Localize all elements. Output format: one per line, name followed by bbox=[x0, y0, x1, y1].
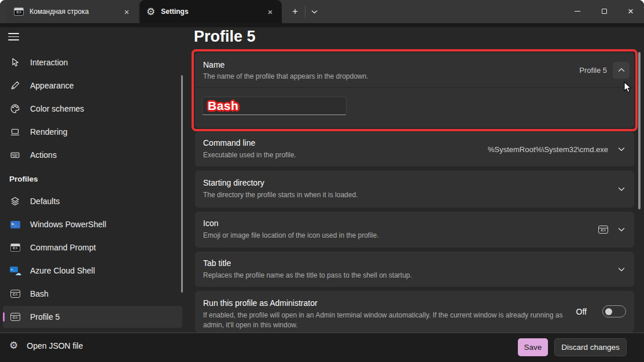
sidebar-item-label: Profile 5 bbox=[30, 312, 60, 322]
tabbar-underline bbox=[0, 23, 644, 27]
chevron-down-icon[interactable] bbox=[617, 225, 626, 234]
tab-label: Командная строка bbox=[30, 8, 120, 16]
sidebar-scrollbar[interactable] bbox=[181, 75, 183, 293]
main-content: Profile 5 Name The name of the profile t… bbox=[185, 27, 644, 333]
card-run-as-administrator[interactable]: Run this profile as Administrator If ena… bbox=[195, 291, 634, 333]
open-json-file-button[interactable]: ⚙ Open JSON file bbox=[9, 341, 83, 350]
selected-accent-bar bbox=[3, 312, 5, 322]
sidebar-item-rendering[interactable]: Rendering bbox=[3, 121, 182, 143]
pen-icon bbox=[9, 80, 21, 91]
card-title: Run this profile as Administrator bbox=[203, 298, 573, 308]
tab-command-prompt[interactable]: C:\ Командная строка × bbox=[7, 0, 139, 23]
card-description: Replaces the profile name as the title t… bbox=[203, 271, 412, 280]
card-title: Command line bbox=[203, 138, 296, 147]
collapse-button[interactable] bbox=[613, 62, 630, 79]
new-tab-button[interactable]: + bbox=[287, 5, 303, 19]
card-description: Emoji or image file location of the icon… bbox=[203, 231, 379, 241]
sidebar-item-color-schemes[interactable]: Color schemes bbox=[3, 98, 182, 120]
gear-icon: ⚙ bbox=[146, 7, 155, 17]
minimize-button[interactable] bbox=[564, 0, 591, 22]
card-icon[interactable]: Icon Emoji or image file location of the… bbox=[195, 212, 634, 248]
keyboard-icon bbox=[9, 150, 21, 160]
sidebar-item-profile-5[interactable]: C:\ Profile 5 bbox=[3, 306, 182, 328]
sidebar-item-label: Windows PowerShell bbox=[30, 220, 106, 229]
tab-close-icon[interactable]: × bbox=[120, 5, 134, 19]
card-title: Name bbox=[203, 60, 369, 69]
tab-settings[interactable]: ⚙ Settings × bbox=[139, 0, 282, 23]
sidebar-item-label: Command Prompt bbox=[30, 243, 96, 252]
profile-name-input[interactable]: Bash bbox=[202, 97, 347, 115]
palette-icon bbox=[9, 104, 21, 114]
cursor-icon bbox=[9, 57, 21, 68]
card-description: Executable used in the profile. bbox=[203, 150, 296, 160]
tab-dropdown-button[interactable] bbox=[307, 5, 322, 19]
discard-changes-button[interactable]: Discard changes bbox=[554, 338, 627, 356]
gear-icon: ⚙ bbox=[9, 341, 18, 350]
card-title: Tab title bbox=[203, 258, 412, 268]
card-name-header[interactable]: Name The name of the profile that appear… bbox=[195, 53, 634, 87]
sidebar-item-label: Interaction bbox=[30, 58, 68, 67]
page-title: Profile 5 bbox=[194, 28, 256, 46]
sidebar-item-bash[interactable]: C:\ Bash bbox=[3, 283, 182, 305]
sidebar-item-label: Defaults bbox=[30, 197, 60, 206]
sidebar-item-azure-cloud-shell[interactable]: >_☁ Azure Cloud Shell bbox=[3, 260, 182, 282]
cmd-window-icon: C:\ bbox=[14, 8, 24, 16]
sidebar-item-label: Actions bbox=[30, 150, 57, 160]
profiles-section-header: Profiles bbox=[9, 175, 177, 183]
sidebar-item-command-prompt[interactable]: C:\ Command Prompt bbox=[3, 237, 182, 258]
card-title: Icon bbox=[203, 219, 379, 228]
card-starting-directory[interactable]: Starting directory The directory the pro… bbox=[195, 171, 634, 208]
card-value: %SystemRoot%\System32\cmd.exe bbox=[488, 145, 608, 154]
terminal-settings-window: C:\ Командная строка × ⚙ Settings × + × bbox=[0, 0, 644, 362]
layers-icon bbox=[9, 196, 21, 206]
chevron-down-icon[interactable] bbox=[617, 145, 626, 154]
save-button[interactable]: Save bbox=[518, 338, 548, 356]
toggle-state-label: Off bbox=[576, 307, 587, 316]
azure-cloud-icon: >_☁ bbox=[9, 267, 21, 275]
annotated-input-text: Bash bbox=[208, 99, 238, 113]
card-value: Profile 5 bbox=[579, 66, 607, 75]
card-command-line[interactable]: Command line Executable used in the prof… bbox=[195, 132, 634, 167]
card-description: The name of the profile that appears in … bbox=[203, 72, 369, 80]
sidebar-item-label: Appearance bbox=[30, 81, 74, 90]
monitor-icon bbox=[9, 127, 21, 137]
powershell-icon: >_ bbox=[9, 221, 21, 228]
maximize-button[interactable] bbox=[591, 0, 617, 22]
admin-toggle-switch[interactable] bbox=[602, 305, 626, 317]
tab-close-icon[interactable]: × bbox=[263, 5, 277, 19]
sidebar-item-label: Color schemes bbox=[30, 104, 84, 113]
titlebar: C:\ Командная строка × ⚙ Settings × + × bbox=[0, 0, 644, 23]
card-name: Name The name of the profile that appear… bbox=[195, 53, 634, 128]
footer-bar: ⚙ Open JSON file Save Discard changes bbox=[0, 333, 644, 362]
card-tab-title[interactable]: Tab title Replaces the profile name as t… bbox=[195, 252, 634, 287]
console-window-icon: C:\ bbox=[9, 313, 21, 321]
sidebar-item-actions[interactable]: Actions bbox=[3, 144, 182, 166]
tab-separator bbox=[305, 6, 306, 17]
sidebar-item-appearance[interactable]: Appearance bbox=[3, 75, 182, 97]
console-window-icon: C:\ bbox=[9, 290, 21, 298]
open-json-file-label: Open JSON file bbox=[27, 341, 83, 350]
sidebar-item-label: Rendering bbox=[30, 127, 68, 136]
tab-label: Settings bbox=[161, 8, 263, 16]
sidebar: Interaction Appearance Color schemes Ren… bbox=[0, 27, 185, 333]
sidebar-item-windows-powershell[interactable]: >_ Windows PowerShell bbox=[3, 213, 182, 235]
chevron-down-icon[interactable] bbox=[617, 265, 626, 274]
card-title: Starting directory bbox=[203, 178, 358, 187]
card-description: If enabled, the profile will open in an … bbox=[203, 311, 573, 330]
sidebar-item-label: Azure Cloud Shell bbox=[30, 266, 95, 275]
chevron-down-icon[interactable] bbox=[617, 184, 626, 194]
sidebar-item-label: Bash bbox=[30, 289, 49, 298]
cmd-window-icon: C:\ bbox=[9, 243, 21, 252]
hamburger-menu-icon[interactable] bbox=[8, 33, 19, 40]
icon-preview-console-icon: C:\ bbox=[598, 226, 608, 234]
sidebar-item-defaults[interactable]: Defaults bbox=[3, 190, 182, 212]
card-divider bbox=[195, 87, 634, 88]
card-description: The directory the profile starts in when… bbox=[203, 190, 358, 200]
sidebar-item-interaction[interactable]: Interaction bbox=[3, 51, 182, 73]
main-scrollbar[interactable] bbox=[638, 52, 641, 209]
close-button[interactable]: × bbox=[617, 0, 644, 22]
